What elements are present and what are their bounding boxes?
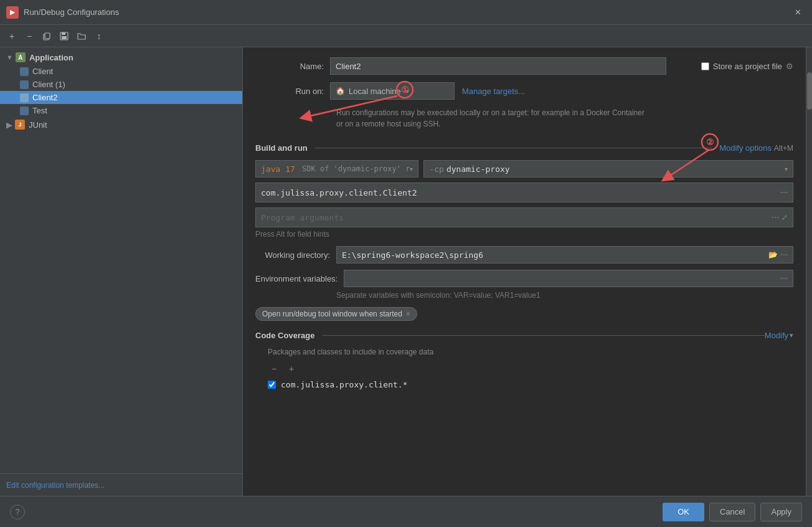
build-run-title: Build and run bbox=[255, 143, 308, 153]
store-label: Store as project file bbox=[713, 62, 782, 71]
coverage-modify-link[interactable]: Modify bbox=[765, 331, 788, 340]
class-field-text[interactable]: com.julissa.proxy.client.Client2 bbox=[261, 188, 780, 197]
copy-button[interactable] bbox=[40, 29, 54, 43]
class-field: com.julissa.proxy.client.Client2 ⋯ bbox=[255, 183, 793, 202]
chip-row: Open run/debug tool window when started … bbox=[255, 307, 793, 321]
coverage-item-text: com.julissa.proxy.client.* bbox=[281, 380, 408, 389]
cp-select[interactable]: -cp dynamic-proxy ▾ bbox=[423, 160, 793, 178]
app-icon: ▶ bbox=[6, 6, 19, 19]
scrollbar[interactable] bbox=[806, 47, 812, 496]
coverage-checkbox[interactable] bbox=[268, 381, 276, 389]
edit-templates-link[interactable]: Edit configuration templates... bbox=[6, 481, 105, 490]
expand-icon-junit: ▶ bbox=[6, 120, 12, 130]
run-on-value: Local machine bbox=[349, 87, 401, 96]
wd-row: Working directory: E:\spring6-workspace2… bbox=[255, 246, 793, 264]
hint-text: Press Alt for field hints bbox=[255, 230, 793, 239]
config-icon bbox=[20, 67, 29, 76]
cancel-button[interactable]: Cancel bbox=[709, 503, 755, 521]
coverage-section: Code Coverage Modify ▾ bbox=[255, 331, 793, 340]
folder-icon[interactable]: 📂 bbox=[768, 250, 778, 259]
sdk-row: java 17 SDK of 'dynamic-proxy' r ▾ -cp d… bbox=[255, 160, 793, 178]
wd-field-icons: 📂 ⋯ bbox=[768, 250, 788, 259]
coverage-remove-button[interactable]: − bbox=[268, 363, 280, 375]
env-label: Environment variables: bbox=[255, 274, 344, 283]
sdk-dropdown-arrow: ▾ bbox=[410, 166, 413, 173]
apply-button[interactable]: Apply bbox=[760, 503, 802, 521]
sdk-gray-text: SDK of 'dynamic-proxy' r bbox=[298, 164, 410, 173]
info-text: Run configurations may be executed local… bbox=[336, 107, 648, 130]
env-row: Environment variables: ⋯ bbox=[255, 270, 793, 287]
chip-close-button[interactable]: × bbox=[406, 310, 410, 318]
section-divider bbox=[315, 148, 712, 148]
junit-group[interactable]: ▶ J JUnit bbox=[0, 117, 242, 132]
dialog-title: Run/Debug Configurations bbox=[24, 7, 790, 17]
cp-dropdown-arrow: ▾ bbox=[785, 166, 788, 173]
settings-icon[interactable]: ⚙ bbox=[786, 62, 793, 71]
store-checkbox[interactable] bbox=[701, 62, 709, 70]
config-icon bbox=[20, 107, 29, 115]
run-on-row: Run on: 🏠 Local machine ▾ Manage targets… bbox=[255, 82, 793, 100]
coverage-desc: Packages and classes to include in cover… bbox=[268, 348, 793, 356]
help-button[interactable]: ? bbox=[10, 505, 25, 520]
chip-label: Open run/debug tool window when started bbox=[262, 310, 402, 318]
svg-rect-3 bbox=[62, 32, 65, 35]
tree-item-test[interactable]: Test bbox=[0, 104, 242, 117]
title-bar: ▶ Run/Debug Configurations × bbox=[0, 0, 812, 25]
bottom-bar: ? OK Cancel Apply bbox=[0, 496, 812, 527]
coverage-item: com.julissa.proxy.client.* bbox=[268, 380, 793, 389]
expand-icon-prog[interactable]: ⤢ bbox=[781, 213, 788, 222]
modify-shortcut: Alt+M bbox=[774, 144, 793, 153]
modify-options-link[interactable]: Modify options bbox=[719, 143, 772, 153]
tree-item-client1[interactable]: Client (1) bbox=[0, 78, 242, 91]
folder-button[interactable] bbox=[75, 29, 88, 43]
scrollbar-thumb[interactable] bbox=[807, 72, 812, 110]
tree-item-label: Client (1) bbox=[32, 80, 65, 89]
dropdown-arrow: ▾ bbox=[406, 88, 409, 95]
browse-icon[interactable]: ⋯ bbox=[780, 188, 788, 197]
wd-label: Working directory: bbox=[255, 250, 336, 260]
manage-targets-link[interactable]: Manage targets... bbox=[462, 87, 525, 96]
expand-icon: ▼ bbox=[6, 54, 13, 61]
wd-field[interactable]: E:\spring6-workspace2\spring6 📂 ⋯ bbox=[336, 246, 793, 264]
tree-item-label: Test bbox=[32, 106, 47, 115]
tree-item-client2[interactable]: Client2 bbox=[0, 91, 242, 104]
config-icon bbox=[20, 80, 29, 89]
run-on-select[interactable]: 🏠 Local machine ▾ bbox=[330, 82, 455, 100]
coverage-divider bbox=[322, 335, 764, 336]
edit-icon[interactable]: ⋯ bbox=[772, 213, 779, 222]
house-icon: 🏠 bbox=[336, 87, 345, 95]
env-browse-icon[interactable]: ⋯ bbox=[780, 274, 788, 283]
build-run-section: Build and run Modify options Alt+M bbox=[255, 138, 793, 153]
right-panel-wrapper: ① ② bbox=[243, 47, 812, 496]
right-content-flex: Name: Store as project file ⚙ Run o bbox=[243, 47, 812, 496]
add-button[interactable]: + bbox=[5, 29, 19, 43]
name-input[interactable] bbox=[330, 57, 666, 75]
browse-icon-wd[interactable]: ⋯ bbox=[780, 250, 788, 259]
config-content: Name: Store as project file ⚙ Run o bbox=[243, 47, 806, 496]
remove-button[interactable]: − bbox=[22, 29, 36, 43]
env-hint: Separate variables with semicolon: VAR=v… bbox=[336, 291, 793, 300]
tree-item-client[interactable]: Client bbox=[0, 65, 242, 78]
env-field[interactable]: ⋯ bbox=[344, 270, 793, 287]
coverage-chevron: ▾ bbox=[790, 331, 793, 339]
sdk-select[interactable]: java 17 SDK of 'dynamic-proxy' r ▾ bbox=[255, 160, 418, 178]
prog-args-placeholder: Program arguments bbox=[261, 213, 772, 222]
wd-field-text: E:\spring6-workspace2\spring6 bbox=[342, 250, 768, 260]
close-button[interactable]: × bbox=[790, 4, 806, 21]
tree-item-label: Client2 bbox=[32, 93, 57, 102]
sort-button[interactable]: ↕ bbox=[92, 29, 106, 43]
config-icon bbox=[20, 93, 29, 102]
left-panel: ▼ A Application Client Client (1) Client… bbox=[0, 47, 243, 496]
coverage-add-button[interactable]: + bbox=[285, 363, 298, 375]
java-text: java 17 bbox=[261, 164, 295, 174]
chip: Open run/debug tool window when started … bbox=[255, 307, 417, 321]
svg-rect-4 bbox=[62, 36, 67, 39]
run-on-label: Run on: bbox=[255, 87, 330, 96]
prog-args-icons: ⋯ ⤢ bbox=[772, 213, 788, 222]
save-button[interactable] bbox=[57, 29, 71, 43]
left-bottom: Edit configuration templates... bbox=[0, 473, 242, 496]
application-group[interactable]: ▼ A Application bbox=[0, 50, 242, 65]
application-icon: A bbox=[16, 52, 26, 62]
prog-args-field[interactable]: Program arguments ⋯ ⤢ bbox=[255, 207, 793, 227]
ok-button[interactable]: OK bbox=[663, 503, 704, 521]
